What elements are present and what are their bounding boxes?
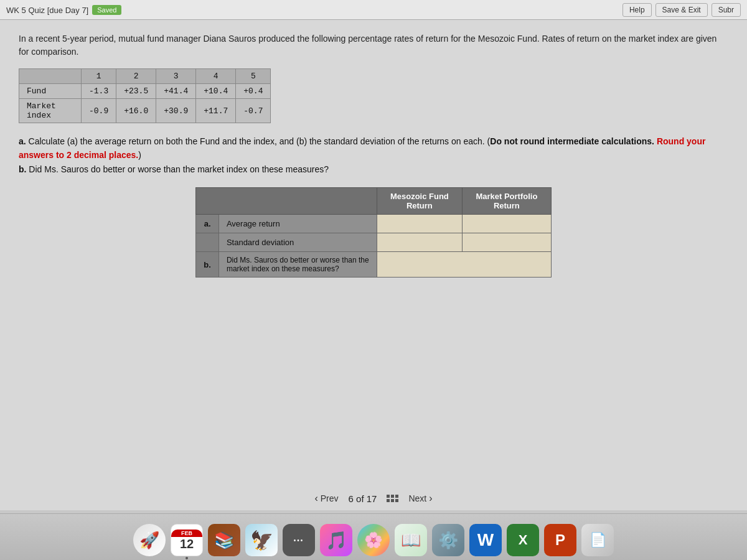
- dock-item-calendar[interactable]: FEB 12: [171, 524, 203, 556]
- dock: 🚀 FEB 12 📚 🦅 ••• 🎵 🌸 📖 ⚙️ W X P 📄: [0, 513, 747, 560]
- question-intro: In a recent 5-year period, mutual fund m…: [19, 32, 728, 58]
- dock-item-photos[interactable]: 🌸: [357, 524, 390, 556]
- music-icon: 🎵: [326, 530, 347, 551]
- help-button[interactable]: Help: [622, 3, 652, 17]
- avg-return-label: Average return: [218, 215, 377, 233]
- table-header-4: 4: [196, 69, 236, 84]
- dock-item-rocket[interactable]: 🚀: [133, 524, 166, 556]
- table-row: a. Average return: [196, 215, 551, 233]
- table-header-1: 1: [82, 69, 116, 84]
- better-worse-label: Did Ms. Sauros do better or worse than t…: [218, 252, 377, 278]
- book-icon: 📚: [214, 531, 234, 550]
- instructions-a-prefix: a. Calculate (a) the average return on b…: [19, 136, 705, 160]
- section-label-blank: [196, 233, 219, 252]
- answer-col1-header: Mesozoic FundReturn: [377, 188, 462, 215]
- market-val-3: +30.9: [156, 99, 196, 123]
- eagle-icon: 🦅: [250, 530, 273, 551]
- saved-badge: Saved: [92, 5, 121, 15]
- next-arrow-icon: ›: [429, 493, 432, 504]
- section-label-b: b.: [196, 252, 219, 278]
- fund-val-1: -1.3: [82, 84, 116, 99]
- submit-button[interactable]: Subr: [712, 3, 741, 17]
- market-val-5: -0.7: [236, 99, 271, 123]
- top-bar-left: WK 5 Quiz [due Day 7] Saved: [6, 0, 121, 20]
- answer-table-wrap: Mesozoic FundReturn Market PortfolioRetu…: [19, 187, 728, 278]
- market-label: Market index: [19, 99, 82, 123]
- std-dev-label: Standard deviation: [218, 233, 377, 252]
- fund-val-3: +41.4: [156, 84, 196, 99]
- word-icon: W: [477, 530, 494, 550]
- current-page: 6: [349, 493, 354, 504]
- dock-item-books[interactable]: 📚: [208, 524, 240, 556]
- grid-menu-icon[interactable]: [387, 495, 398, 502]
- answer-table-blank-header: [196, 188, 377, 215]
- table-header-3: 3: [156, 69, 196, 84]
- dots-icon: •••: [294, 537, 304, 544]
- dock-item-files[interactable]: 📄: [581, 524, 614, 556]
- dock-item-reading[interactable]: 📖: [395, 524, 427, 556]
- prev-arrow-icon: ‹: [314, 493, 317, 504]
- dock-item-system-prefs[interactable]: ⚙️: [432, 524, 464, 556]
- page-indicator: 6 of 17: [349, 493, 377, 504]
- fund-val-5: +0.4: [236, 84, 271, 99]
- save-exit-button[interactable]: Save & Exit: [655, 3, 708, 17]
- dock-item-music[interactable]: 🎵: [320, 524, 352, 556]
- answer-col2-header: Market PortfolioReturn: [463, 188, 552, 215]
- next-label: Next: [408, 493, 426, 503]
- dock-item-word[interactable]: W: [469, 524, 502, 556]
- instructions: a. Calculate (a) the average return on b…: [19, 134, 728, 176]
- avg-return-fund-input[interactable]: [377, 215, 462, 233]
- photos-icon: 🌸: [364, 531, 383, 549]
- prev-button[interactable]: ‹ Prev: [314, 493, 338, 504]
- calendar-day: 12: [180, 537, 194, 551]
- fund-val-4: +10.4: [196, 84, 236, 99]
- top-bar: WK 5 Quiz [due Day 7] Saved Help Save & …: [0, 0, 747, 20]
- market-val-1: -0.9: [82, 99, 116, 123]
- data-table: 1 2 3 4 5 Fund -1.3 +23.5 +41.4 +10.4 +0…: [19, 68, 271, 123]
- section-label-a: a.: [196, 215, 219, 233]
- fund-label: Fund: [19, 84, 82, 99]
- ppt-icon: P: [555, 531, 565, 549]
- files-icon: 📄: [590, 532, 606, 548]
- quiz-title: WK 5 Quiz [due Day 7]: [6, 6, 88, 15]
- next-button[interactable]: Next ›: [408, 493, 432, 504]
- table-row: b. Did Ms. Sauros do better or worse tha…: [196, 252, 551, 278]
- fund-val-2: +23.5: [116, 84, 156, 99]
- dock-item-powerpoint[interactable]: P: [544, 524, 576, 556]
- answer-table: Mesozoic FundReturn Market PortfolioRetu…: [195, 187, 551, 278]
- table-header-5: 5: [236, 69, 271, 84]
- calendar-month: FEB: [171, 530, 202, 537]
- avg-return-market-input[interactable]: [463, 215, 552, 233]
- excel-icon: X: [519, 532, 528, 548]
- better-worse-input[interactable]: [377, 252, 551, 278]
- market-val-4: +11.7: [196, 99, 236, 123]
- prev-label: Prev: [321, 493, 339, 503]
- table-header-2: 2: [116, 69, 156, 84]
- total-pages: 17: [367, 493, 377, 504]
- rocket-icon: 🚀: [139, 531, 159, 550]
- of-text: of: [356, 493, 367, 504]
- dock-item-excel[interactable]: X: [507, 524, 539, 556]
- nav-bar: ‹ Prev 6 of 17 Next ›: [0, 487, 747, 510]
- main-content: In a recent 5-year period, mutual fund m…: [0, 20, 747, 510]
- instructions-b: b. Did Ms. Sauros do better or worse tha…: [19, 164, 329, 174]
- table-row: Standard deviation: [196, 233, 551, 252]
- market-val-2: +16.0: [116, 99, 156, 123]
- gear-icon: ⚙️: [438, 531, 458, 550]
- dock-item-launchpad[interactable]: •••: [283, 524, 315, 556]
- std-dev-market-input[interactable]: [463, 233, 552, 252]
- reading-icon: 📖: [401, 531, 421, 550]
- table-header-blank: [19, 69, 82, 84]
- dock-active-dot: [186, 557, 188, 559]
- std-dev-fund-input[interactable]: [377, 233, 462, 252]
- dock-item-eagle[interactable]: 🦅: [245, 524, 278, 556]
